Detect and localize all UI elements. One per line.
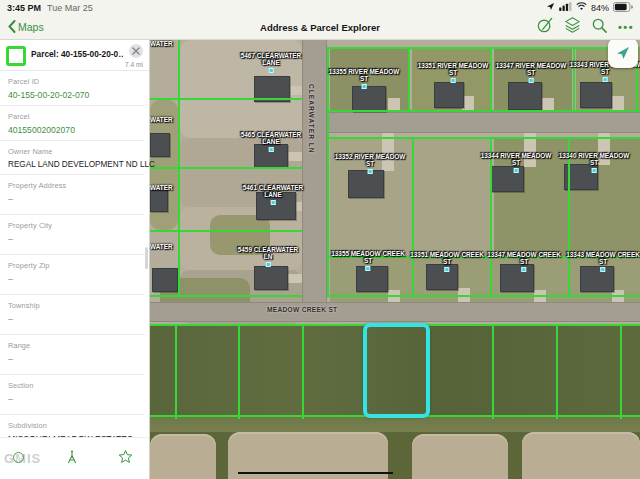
- address-label[interactable]: 13355 RIVER MEADOW ST: [329, 68, 400, 89]
- field-section: Section –: [0, 375, 144, 415]
- address-label[interactable]: 13340 RIVER MEADOW ST: [559, 152, 630, 173]
- driveway: [290, 86, 302, 95]
- search-icon[interactable]: [592, 18, 607, 37]
- edge-address-label: WATER: [150, 243, 173, 250]
- field-property-city: Property City –: [0, 215, 144, 255]
- parcel-panel-header: Parcel: 40-155-00-20-0… 7.4 mi: [0, 40, 149, 71]
- distance-badge: 7.4 mi: [125, 61, 143, 68]
- parcel-line: [412, 139, 414, 256]
- date: Tue Mar 25: [47, 3, 93, 13]
- parcel-point-marker: [269, 147, 274, 152]
- address-label[interactable]: 13351 RIVER MEADOW ST: [418, 62, 489, 83]
- parcel-fields-list: Parcel ID 40-155-00-20-02-070 Parcel 401…: [0, 71, 149, 479]
- panel-scrollbar[interactable]: [145, 247, 148, 269]
- parcel-highlight-swatch-icon: [6, 46, 26, 66]
- address-label[interactable]: 13355 MEADOW CREEK ST: [331, 250, 405, 271]
- address-label[interactable]: 5459 CLEARWATER LN: [238, 246, 299, 267]
- parcel-line: [302, 324, 304, 419]
- parcel-panel-title: Parcel: 40-155-00-20-0…: [31, 49, 123, 59]
- field-owner-name: Owner Name REGAL LAND DEVELOPMENT ND LLC: [0, 141, 144, 175]
- parcel-line: [150, 230, 302, 232]
- address-label[interactable]: 13343 MEADOW CREEK ST: [566, 251, 640, 272]
- parcel-line: [327, 295, 640, 297]
- house: [580, 82, 612, 108]
- parcel-map[interactable]: CLEARWATER LN MEADOW CREEK ST WATER WATE…: [150, 40, 640, 479]
- house: [508, 82, 542, 110]
- locate-button[interactable]: [608, 40, 638, 68]
- parcel-info-panel: Parcel: 40-155-00-20-0… 7.4 mi Parcel ID…: [0, 40, 150, 479]
- meadow-creek-street-road: [150, 302, 640, 322]
- parcel-point-marker: [367, 169, 372, 174]
- parcel-line: [620, 324, 622, 419]
- parcel-line: [150, 167, 302, 169]
- clock: 3:45 PM: [7, 3, 41, 13]
- address-label[interactable]: 5467 CLEARWATER LANE: [241, 52, 302, 73]
- edge-address-label: WATER: [150, 184, 173, 191]
- field-range: Range –: [0, 335, 144, 375]
- house: [152, 268, 178, 292]
- battery-percent: 84%: [591, 3, 609, 13]
- street-label-clearwater-ln: CLEARWATER LN: [308, 84, 315, 154]
- parcel-point-marker: [521, 267, 526, 272]
- layers-icon[interactable]: [564, 17, 581, 37]
- house: [348, 170, 384, 198]
- back-label: Maps: [18, 21, 44, 33]
- address-label[interactable]: 5465 CLEARWATER LANE: [241, 131, 302, 152]
- favorite-star-icon[interactable]: [118, 449, 133, 468]
- parcel-line: [238, 324, 240, 419]
- close-button[interactable]: [129, 44, 143, 58]
- field-township: Township –: [0, 295, 144, 335]
- parcel-line: [150, 98, 302, 100]
- draw-tool-icon[interactable]: [537, 17, 553, 37]
- address-label[interactable]: 13344 RIVER MEADOW ST: [481, 152, 552, 173]
- paper-plane-icon: [615, 45, 631, 61]
- parcel-line: [408, 47, 410, 110]
- address-label[interactable]: 13351 MEADOW CREEK ST: [410, 251, 484, 272]
- parcel-line: [556, 324, 558, 419]
- dirt-mound: [522, 432, 640, 479]
- house: [254, 266, 288, 290]
- address-label[interactable]: 5461 CLEARWATER LANE: [243, 184, 304, 205]
- back-button[interactable]: Maps: [8, 20, 44, 35]
- parcel-point-marker: [271, 200, 276, 205]
- parcel-point-marker: [361, 84, 366, 89]
- driveway: [288, 274, 302, 283]
- parcel-point-marker: [365, 266, 370, 271]
- address-label[interactable]: 13352 RIVER MEADOW ST: [335, 153, 406, 174]
- field-line: [238, 472, 393, 474]
- parcel-line: [327, 47, 640, 49]
- location-arrow-icon: [546, 2, 555, 13]
- dirt-mound: [150, 434, 216, 479]
- house: [150, 190, 168, 212]
- cellular-signal-icon: [559, 2, 572, 13]
- parcel-line: [327, 110, 640, 112]
- battery-icon: [613, 2, 633, 14]
- panel-footer: GMIS: [0, 437, 149, 479]
- selected-parcel-highlight[interactable]: [363, 323, 430, 418]
- edge-address-label: WATER: [150, 40, 173, 47]
- edge-address-label: WATER: [150, 116, 173, 123]
- parcel-line: [490, 47, 492, 110]
- nav-bar: Maps Address & Parcel Explorer •••: [0, 15, 640, 40]
- parcel-point-marker: [528, 78, 533, 83]
- river-meadow-street-road: [327, 112, 640, 133]
- field-property-address: Property Address –: [0, 175, 144, 215]
- house: [150, 133, 170, 157]
- field-parcel: Parcel 40155002002070: [0, 106, 144, 141]
- house: [352, 86, 386, 112]
- clearwater-lane-road: [302, 40, 327, 302]
- status-bar: 3:45 PM Tue Mar 25 84%: [0, 0, 640, 15]
- chevron-left-icon: [8, 20, 16, 35]
- parcel-line: [175, 324, 177, 419]
- parcel-point-marker: [591, 168, 596, 173]
- parcel-line: [150, 295, 302, 297]
- address-label[interactable]: 13347 RIVER MEADOW ST: [496, 62, 567, 83]
- parcel-line: [492, 324, 494, 419]
- antenna-icon[interactable]: [64, 448, 80, 470]
- parcel-line: [327, 137, 640, 139]
- more-icon[interactable]: •••: [618, 22, 634, 32]
- parcel-point-marker: [444, 267, 449, 272]
- parcel-point-marker: [450, 78, 455, 83]
- close-icon: [132, 47, 140, 55]
- address-label[interactable]: 13347 MEADOW CREEK ST: [487, 251, 561, 272]
